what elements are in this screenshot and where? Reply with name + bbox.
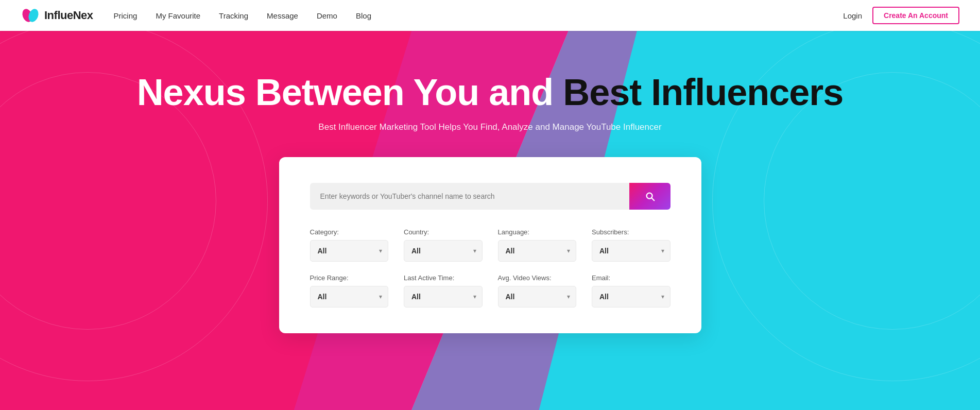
logo[interactable]: InflueNex bbox=[21, 6, 93, 25]
hero-section: Nexus Between You and Best Influencers B… bbox=[0, 31, 980, 410]
filters-grid: Category: All ▾ Country: All ▾ bbox=[310, 228, 670, 308]
filter-subscribers-wrapper: All ▾ bbox=[592, 240, 670, 262]
nav-pricing[interactable]: Pricing bbox=[114, 11, 137, 20]
filter-last-active-time-select[interactable]: All bbox=[404, 286, 483, 308]
navbar-actions: Login Create An Account bbox=[843, 7, 959, 24]
filter-subscribers-label: Subscribers: bbox=[592, 228, 670, 236]
search-button[interactable] bbox=[629, 183, 670, 210]
filter-price-range-label: Price Range: bbox=[310, 274, 389, 282]
nav-demo[interactable]: Demo bbox=[317, 11, 337, 20]
filter-email-select[interactable]: All bbox=[592, 286, 670, 308]
nav-my-favourite[interactable]: My Favourite bbox=[156, 11, 200, 20]
filter-price-range-select[interactable]: All bbox=[310, 286, 389, 308]
filter-country-select[interactable]: All bbox=[404, 240, 483, 262]
hero-title-part1: Nexus Between You and bbox=[137, 72, 563, 113]
navbar-links: Pricing My Favourite Tracking Message De… bbox=[114, 11, 844, 20]
logo-text: InflueNex bbox=[44, 9, 93, 22]
filter-category-select[interactable]: All bbox=[310, 240, 389, 262]
create-account-button[interactable]: Create An Account bbox=[872, 7, 959, 24]
nav-message[interactable]: Message bbox=[267, 11, 298, 20]
filter-avg-video-views: Avg. Video Views: All ▾ bbox=[498, 274, 577, 308]
filter-last-active-time-wrapper: All ▾ bbox=[404, 286, 483, 308]
filter-country-label: Country: bbox=[404, 228, 483, 236]
filter-subscribers: Subscribers: All ▾ bbox=[592, 228, 670, 262]
filter-subscribers-select[interactable]: All bbox=[592, 240, 670, 262]
logo-icon bbox=[21, 6, 40, 25]
nav-blog[interactable]: Blog bbox=[356, 11, 371, 20]
filter-language: Language: All ▾ bbox=[498, 228, 577, 262]
filter-language-select[interactable]: All bbox=[498, 240, 577, 262]
filter-last-active-time-label: Last Active Time: bbox=[404, 274, 483, 282]
filter-category-label: Category: bbox=[310, 228, 389, 236]
filter-country-wrapper: All ▾ bbox=[404, 240, 483, 262]
filter-avg-video-views-label: Avg. Video Views: bbox=[498, 274, 577, 282]
hero-subtitle: Best Influencer Marketing Tool Helps You… bbox=[0, 122, 980, 132]
hero-title-part2: Best Influencers bbox=[563, 72, 843, 113]
search-icon bbox=[644, 191, 656, 202]
search-row bbox=[310, 183, 670, 210]
filter-avg-video-views-wrapper: All ▾ bbox=[498, 286, 577, 308]
filter-language-wrapper: All ▾ bbox=[498, 240, 577, 262]
navbar: InflueNex Pricing My Favourite Tracking … bbox=[0, 0, 980, 31]
hero-content: Nexus Between You and Best Influencers B… bbox=[0, 72, 980, 157]
search-input[interactable] bbox=[310, 183, 629, 210]
filter-price-range: Price Range: All ▾ bbox=[310, 274, 389, 308]
filter-country: Country: All ▾ bbox=[404, 228, 483, 262]
login-link[interactable]: Login bbox=[843, 11, 862, 20]
filter-category: Category: All ▾ bbox=[310, 228, 389, 262]
hero-title: Nexus Between You and Best Influencers bbox=[0, 72, 980, 113]
filter-category-wrapper: All ▾ bbox=[310, 240, 389, 262]
filter-last-active-time: Last Active Time: All ▾ bbox=[404, 274, 483, 308]
filter-email-wrapper: All ▾ bbox=[592, 286, 670, 308]
filter-language-label: Language: bbox=[498, 228, 577, 236]
filter-email: Email: All ▾ bbox=[592, 274, 670, 308]
filter-avg-video-views-select[interactable]: All bbox=[498, 286, 577, 308]
filter-email-label: Email: bbox=[592, 274, 670, 282]
nav-tracking[interactable]: Tracking bbox=[219, 11, 248, 20]
search-card: Category: All ▾ Country: All ▾ bbox=[279, 157, 701, 333]
filter-price-range-wrapper: All ▾ bbox=[310, 286, 389, 308]
